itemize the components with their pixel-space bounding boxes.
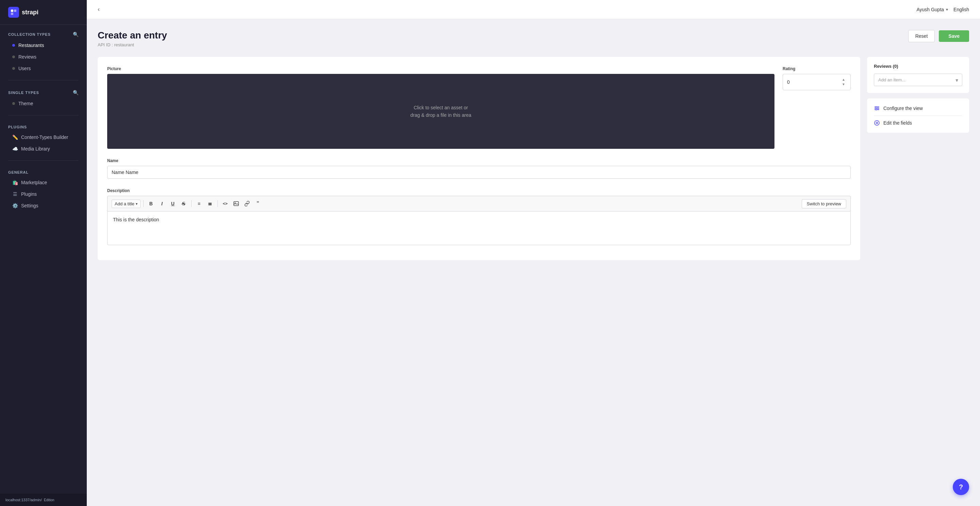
app-name: strapi xyxy=(22,9,38,16)
sidebar-item-marketplace[interactable]: 🛍️ Marketplace xyxy=(8,177,79,188)
inactive-dot xyxy=(12,56,15,58)
collection-types-section: COLLECTION TYPES 🔍 Restaurants Reviews U… xyxy=(0,25,87,77)
picture-dropzone[interactable]: Click to select an asset or drag & drop … xyxy=(107,74,775,149)
language-selector[interactable]: English xyxy=(953,7,969,12)
description-label: Description xyxy=(107,188,851,193)
header-actions: Reset Save xyxy=(908,30,969,42)
gear-icon: ⚙️ xyxy=(12,203,18,208)
sidebar-item-label: Settings xyxy=(21,203,38,208)
link-button[interactable] xyxy=(242,199,252,208)
general-label: GENERAL xyxy=(8,170,29,174)
back-button[interactable]: ‹ xyxy=(98,6,100,13)
strikethrough-button[interactable]: S̶ xyxy=(179,199,189,208)
rating-value: 0 xyxy=(787,79,790,85)
sidebar-item-restaurants[interactable]: Restaurants xyxy=(8,40,79,51)
bold-button[interactable]: B xyxy=(146,199,156,208)
sidebar-item-label: Theme xyxy=(18,101,33,106)
topbar-right: Ayush Gupta ▾ English xyxy=(916,7,969,12)
ordered-list-button[interactable]: ≣ xyxy=(205,199,215,208)
reset-button[interactable]: Reset xyxy=(908,30,935,42)
user-menu[interactable]: Ayush Gupta ▾ xyxy=(916,7,948,12)
svg-rect-3 xyxy=(234,201,239,206)
rating-spinners: ▲ ▼ xyxy=(841,78,846,86)
bottom-url: localhost:1337/admin/ xyxy=(5,498,42,502)
sidebar: strapi COLLECTION TYPES 🔍 Restaurants Re… xyxy=(0,0,87,506)
topbar: ‹ Ayush Gupta ▾ English xyxy=(87,0,980,19)
svg-point-9 xyxy=(878,108,878,109)
picture-rating-row: Picture Click to select an asset or drag… xyxy=(107,66,851,149)
switch-to-preview-button[interactable]: Switch to preview xyxy=(802,199,846,208)
edit-fields-icon xyxy=(874,120,880,126)
entry-sidebar: Reviews (0) Add an item... Configure the… xyxy=(867,57,969,133)
description-text: This is the description xyxy=(113,217,159,222)
bullet-list-button[interactable]: ≡ xyxy=(194,199,204,208)
cloud-icon: ☁️ xyxy=(12,146,18,152)
svg-rect-2 xyxy=(11,13,13,15)
image-button[interactable] xyxy=(231,199,241,208)
sidebar-item-users[interactable]: Users xyxy=(8,63,79,74)
sidebar-bottom: localhost:1337/admin/ Edition xyxy=(0,494,87,506)
rating-decrement[interactable]: ▼ xyxy=(841,82,846,86)
sidebar-logo[interactable]: strapi xyxy=(0,0,87,25)
configure-view-link[interactable]: Configure the view xyxy=(874,105,962,116)
sidebar-item-label: Restaurants xyxy=(18,43,44,48)
single-search-icon[interactable]: 🔍 xyxy=(73,90,79,95)
rating-input-wrapper: 0 ▲ ▼ xyxy=(783,74,851,90)
code-button[interactable]: <> xyxy=(221,199,230,208)
plugins-section: PLUGINS ✏️ Content-Types Builder ☁️ Medi… xyxy=(0,118,87,158)
sidebar-item-plugins[interactable]: ☰ Plugins xyxy=(8,188,79,200)
help-label: ? xyxy=(959,483,963,491)
svg-point-11 xyxy=(875,121,879,125)
sidebar-item-media-library[interactable]: ☁️ Media Library xyxy=(8,144,79,154)
sidebar-item-reviews[interactable]: Reviews xyxy=(8,51,79,62)
name-input[interactable] xyxy=(107,166,851,179)
entry-form: Picture Click to select an asset or drag… xyxy=(98,57,860,260)
shopping-icon: 🛍️ xyxy=(12,180,18,185)
reviews-title: Reviews (0) xyxy=(874,64,962,69)
help-button[interactable]: ? xyxy=(953,479,969,495)
heading-chevron-icon: ▾ xyxy=(136,202,137,206)
sidebar-item-content-types-builder[interactable]: ✏️ Content-Types Builder xyxy=(8,132,79,143)
wysiwyg-content[interactable]: This is the description xyxy=(107,211,851,245)
reviews-dropdown-wrapper: Add an item... xyxy=(874,73,962,86)
collection-search-icon[interactable]: 🔍 xyxy=(73,32,79,37)
name-label: Name xyxy=(107,158,851,163)
sidebar-item-theme[interactable]: Theme xyxy=(8,98,79,109)
rating-increment[interactable]: ▲ xyxy=(841,78,846,82)
heading-select[interactable]: Add a title ▾ xyxy=(111,200,140,208)
configure-icon xyxy=(874,105,880,111)
single-types-label: SINGLE TYPES xyxy=(8,91,39,95)
picture-label: Picture xyxy=(107,66,775,71)
description-section: Description Add a title ▾ B I U S̶ ≡ xyxy=(107,188,851,245)
pencil-icon: ✏️ xyxy=(12,134,18,140)
italic-button[interactable]: I xyxy=(157,199,167,208)
list-icon: ☰ xyxy=(12,192,18,197)
single-types-section: SINGLE TYPES 🔍 Theme xyxy=(0,83,87,112)
sidebar-item-label: Users xyxy=(18,66,31,71)
plugins-label: PLUGINS xyxy=(8,125,27,129)
chevron-down-icon: ▾ xyxy=(946,7,948,12)
rating-label: Rating xyxy=(783,66,851,71)
reviews-card: Reviews (0) Add an item... xyxy=(867,57,969,93)
rating-group: Rating 0 ▲ ▼ xyxy=(783,66,851,149)
wysiwyg-toolbar: Add a title ▾ B I U S̶ ≡ ≣ <> xyxy=(107,196,851,211)
edit-fields-link[interactable]: Edit the fields xyxy=(874,116,962,126)
edition-badge: Edition xyxy=(44,498,54,502)
save-button[interactable]: Save xyxy=(939,30,969,42)
reviews-select[interactable]: Add an item... xyxy=(874,73,962,86)
content-area: Create an entry API ID : restaurant Rese… xyxy=(87,19,980,506)
inactive-dot xyxy=(12,102,15,105)
svg-point-10 xyxy=(876,109,877,110)
name-group: Name xyxy=(107,158,851,179)
page-header: Create an entry API ID : restaurant Rese… xyxy=(98,30,969,47)
edit-fields-label: Edit the fields xyxy=(883,120,912,126)
quote-button[interactable]: " xyxy=(253,199,263,208)
topbar-left: ‹ xyxy=(98,6,100,13)
underline-button[interactable]: U xyxy=(168,199,178,208)
user-name: Ayush Gupta xyxy=(916,7,944,12)
sidebar-item-settings[interactable]: ⚙️ Settings xyxy=(8,200,79,211)
sidebar-item-label: Marketplace xyxy=(21,180,47,185)
main-area: ‹ Ayush Gupta ▾ English Create an entry … xyxy=(87,0,980,506)
divider-1 xyxy=(8,80,79,80)
svg-point-12 xyxy=(876,122,878,124)
